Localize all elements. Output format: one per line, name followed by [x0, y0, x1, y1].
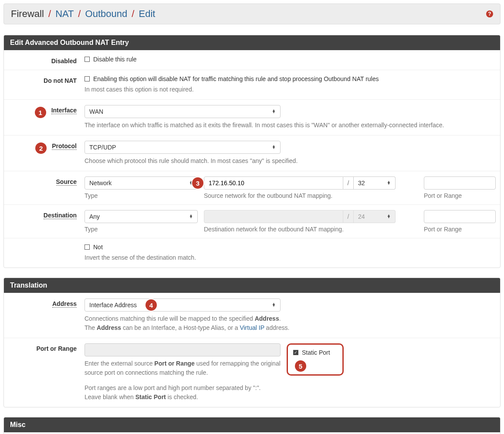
source-type-select[interactable]: Network ▲▼ — [85, 176, 198, 190]
help-icon[interactable]: ? — [486, 10, 493, 17]
row-source: Source Network ▲▼ 3 Type / — [4, 171, 500, 204]
row-destination: Destination Any ▲▼ Type / — [4, 204, 500, 238]
breadcrumb-edit[interactable]: Edit — [139, 8, 156, 19]
port-hint3: Leave blank when Static Port is checked. — [85, 393, 281, 402]
panel-edit-entry: Edit Advanced Outbound NAT Entry Disable… — [3, 35, 501, 268]
row-disabled: Disabled Disable this rule — [4, 50, 500, 70]
interface-hint: The interface on which traffic is matche… — [85, 121, 496, 130]
panel-header-translation: Translation — [4, 278, 500, 293]
destination-not-label: Not — [93, 244, 103, 251]
row-protocol: 2 Protocol TCP/UDP ▲▼ Choose which proto… — [4, 135, 500, 171]
panel-translation: Translation Address Interface Address ▲▼… — [3, 278, 501, 407]
donotnat-hint: In most cases this option is not require… — [85, 85, 496, 94]
label-destination: Destination — [44, 212, 77, 219]
chevron-updown-icon: ▲▼ — [272, 146, 276, 149]
label-disabled: Disabled — [8, 56, 85, 64]
row-destination-not: Not Invert the sense of the destination … — [4, 238, 500, 268]
destination-type-select[interactable]: Any ▲▼ — [85, 210, 198, 223]
static-port-checkbox[interactable] — [293, 350, 298, 355]
panel-misc: Misc No XMLRPC Sync Prevents the rule on… — [3, 417, 501, 434]
source-type-value: Network — [89, 180, 112, 186]
source-network-input[interactable] — [204, 176, 343, 190]
breadcrumb-bar: Firewall / NAT / Outbound / Edit ? — [3, 3, 501, 24]
panel-header-misc: Misc — [4, 417, 500, 432]
donotnat-check-label: Enabling this option will disable NAT fo… — [93, 75, 379, 82]
row-interface: 1 Interface WAN ▲▼ The interface on whic… — [4, 99, 500, 135]
port-hint2: Port ranges are a low port and high port… — [85, 383, 281, 393]
label-protocol: Protocol — [52, 142, 77, 150]
breadcrumb-firewall[interactable]: Firewall — [11, 8, 44, 19]
translation-address-hint2: The Address can be an Interface, a Host-… — [85, 323, 496, 332]
chevron-updown-icon: ▲▼ — [272, 110, 276, 113]
donotnat-checkbox-wrap[interactable]: Enabling this option will disable NAT fo… — [85, 75, 496, 82]
destination-net-hint: Destination network for the outbound NAT… — [204, 226, 401, 233]
source-mask-value: 32 — [358, 180, 365, 186]
label-donotnat: Do not NAT — [8, 75, 85, 84]
protocol-select[interactable]: TCP/UDP ▲▼ — [85, 141, 281, 154]
row-port-or-range: Port or Range Enter the external source … — [4, 338, 500, 407]
chevron-updown-icon: ▲▼ — [387, 181, 391, 184]
interface-value: WAN — [89, 108, 103, 115]
destination-mask-select: 24 ▲▼ — [354, 210, 396, 223]
marker-5: 5 — [295, 360, 306, 372]
translation-port-input — [85, 343, 281, 356]
marker-2: 2 — [35, 142, 47, 154]
chevron-updown-icon: ▲▼ — [189, 215, 193, 218]
source-port-hint: Port or Range — [424, 192, 496, 199]
source-mask-select[interactable]: 32 ▲▼ — [354, 176, 396, 190]
destination-not-checkbox-wrap[interactable]: Not — [85, 244, 496, 251]
panel-header-edit: Edit Advanced Outbound NAT Entry — [4, 35, 500, 50]
disabled-checkbox-wrap[interactable]: Disable this rule — [85, 56, 496, 63]
breadcrumb-outbound[interactable]: Outbound — [85, 8, 128, 19]
source-port-input[interactable] — [424, 176, 496, 190]
destination-port-input[interactable] — [424, 210, 496, 223]
source-type-hint: Type — [85, 192, 198, 199]
chevron-updown-icon: ▲▼ — [387, 215, 391, 218]
translation-address-value: Interface Address — [89, 302, 137, 309]
virtual-ip-link[interactable]: Virtual IP — [240, 324, 264, 331]
destination-network-input — [204, 210, 343, 223]
static-port-label: Static Port — [302, 349, 330, 356]
label-port-or-range: Port or Range — [8, 343, 85, 352]
chevron-updown-icon: ▲▼ — [272, 303, 276, 306]
destination-mask-value: 24 — [358, 213, 365, 220]
port-hint1: Enter the external source Port or Range … — [85, 359, 281, 377]
row-translation-address: Address Interface Address ▲▼ 4 Connectio… — [4, 293, 500, 338]
marker-4: 4 — [145, 299, 157, 311]
interface-select[interactable]: WAN ▲▼ — [85, 105, 281, 118]
destination-port-hint: Port or Range — [424, 226, 496, 233]
label-interface: Interface — [51, 107, 77, 114]
translation-address-hint1: Connections matching this rule will be m… — [85, 314, 496, 323]
static-port-checkbox-wrap[interactable]: Static Port — [293, 349, 330, 356]
breadcrumb: Firewall / NAT / Outbound / Edit — [11, 8, 155, 20]
label-translation-address: Address — [52, 300, 77, 308]
row-donotnat: Do not NAT Enabling this option will dis… — [4, 70, 500, 99]
row-noxmlrpc: No XMLRPC Sync Prevents the rule on Mast… — [4, 432, 500, 434]
label-source: Source — [56, 178, 77, 186]
slash-divider: / — [343, 210, 354, 223]
disabled-check-label: Disable this rule — [93, 56, 137, 63]
translation-address-select[interactable]: Interface Address ▲▼ — [85, 298, 281, 312]
marker-3: 3 — [192, 177, 203, 189]
destination-type-value: Any — [89, 213, 100, 220]
breadcrumb-nat[interactable]: NAT — [55, 8, 74, 19]
destination-type-hint: Type — [85, 226, 198, 233]
donotnat-checkbox[interactable] — [85, 76, 90, 81]
slash-divider: / — [343, 176, 354, 190]
disabled-checkbox[interactable] — [85, 57, 90, 62]
static-port-highlight: Static Port 5 — [287, 343, 344, 376]
destination-not-checkbox[interactable] — [85, 244, 90, 250]
source-net-hint: Source network for the outbound NAT mapp… — [204, 192, 401, 199]
protocol-value: TCP/UDP — [89, 144, 116, 151]
marker-1: 1 — [35, 107, 46, 118]
protocol-hint: Choose which protocol this rule should m… — [85, 156, 496, 166]
destination-not-hint: Invert the sense of the destination matc… — [85, 253, 496, 262]
